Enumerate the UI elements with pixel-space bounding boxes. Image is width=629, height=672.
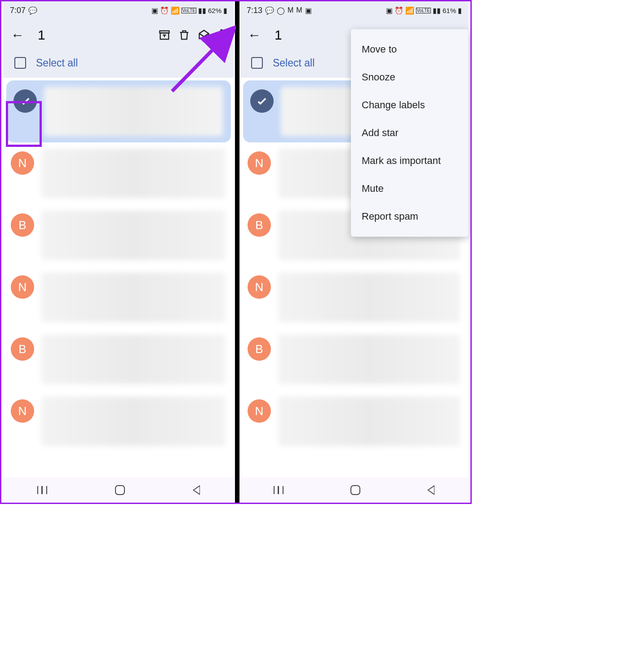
status-time: 7:07	[10, 6, 26, 15]
selection-count: 1	[275, 27, 282, 43]
alarm-icon: ⏰	[394, 6, 403, 15]
select-all-checkbox[interactable]	[251, 57, 263, 69]
email-row[interactable]: N	[4, 266, 234, 328]
phone-left: 7:07 💬 ▣ ⏰ 📶 VoLTE ▮▮ 62% ▮ ← 1	[1, 1, 236, 503]
gmail-icon: M	[296, 6, 302, 14]
android-navbar	[240, 477, 468, 503]
sender-avatar[interactable]: B	[11, 337, 34, 361]
back-arrow-icon[interactable]: ←	[248, 27, 261, 43]
alarm-icon: ⏰	[160, 6, 169, 15]
image-icon: ▣	[305, 6, 312, 15]
email-preview-blurred	[278, 397, 460, 446]
email-preview-blurred	[278, 335, 460, 384]
sender-avatar[interactable]: N	[248, 399, 271, 423]
select-all-label: Select all	[36, 57, 78, 69]
sender-avatar[interactable]: N	[248, 275, 271, 299]
nav-recent-icon[interactable]	[274, 486, 283, 494]
email-preview-blurred	[41, 211, 226, 260]
sender-avatar[interactable]: N	[248, 151, 271, 175]
email-row[interactable]: N	[4, 390, 234, 452]
email-row[interactable]: B	[240, 328, 468, 390]
sender-avatar[interactable]: N	[11, 275, 34, 299]
selection-count: 1	[38, 27, 45, 43]
chat-icon: 💬	[265, 6, 274, 15]
annotation-arrow-more	[168, 37, 230, 97]
email-row[interactable]: N	[4, 142, 234, 204]
battery-icon: ▮	[458, 6, 462, 15]
sender-avatar[interactable]: B	[248, 337, 271, 361]
email-row[interactable]: N	[240, 390, 468, 452]
battery-percent: 61%	[443, 7, 456, 14]
center-divider	[235, 1, 239, 503]
menu-change-labels[interactable]: Change labels	[351, 91, 469, 119]
sender-avatar[interactable]: N	[11, 399, 34, 423]
select-all-checkbox[interactable]	[14, 57, 26, 69]
email-preview-blurred	[41, 273, 226, 322]
wifi-icon: 📶	[171, 6, 180, 15]
email-row[interactable]: B	[4, 328, 234, 390]
select-all-label: Select all	[273, 57, 314, 69]
gmail-icon: M	[288, 6, 293, 14]
wifi-icon: 📶	[405, 6, 414, 15]
menu-snooze[interactable]: Snooze	[351, 63, 469, 91]
email-preview-blurred	[41, 397, 226, 446]
status-time: 7:13	[247, 6, 262, 15]
overflow-menu: Move to Snooze Change labels Add star Ma…	[351, 29, 469, 237]
selected-check-avatar[interactable]	[250, 89, 274, 113]
email-preview-blurred	[278, 273, 460, 322]
menu-move-to[interactable]: Move to	[351, 35, 469, 63]
signal-icon: ▮▮	[198, 6, 206, 15]
battery-percent: 62%	[208, 7, 221, 14]
volte-icon: VoLTE	[182, 8, 196, 13]
nav-back-icon[interactable]	[193, 485, 200, 495]
menu-report-spam[interactable]: Report spam	[351, 203, 469, 230]
nav-home-icon[interactable]	[115, 485, 125, 495]
nav-back-icon[interactable]	[427, 485, 434, 495]
sender-avatar[interactable]: B	[248, 213, 271, 237]
signal-icon: ▮▮	[433, 6, 441, 15]
menu-add-star[interactable]: Add star	[351, 119, 469, 147]
svg-line-2	[172, 45, 217, 91]
battery-saver-icon: ▣	[151, 6, 158, 15]
phone-right: 7:13 💬 ◯ M M ▣ ▣ ⏰ 📶 VoLTE ▮▮ 61% ▮ ← 1	[236, 1, 470, 503]
status-bar: 7:13 💬 ◯ M M ▣ ▣ ⏰ 📶 VoLTE ▮▮ 61% ▮	[240, 1, 468, 19]
nav-recent-icon[interactable]	[37, 486, 47, 494]
sender-avatar[interactable]: N	[11, 151, 34, 175]
chat-icon: 💬	[28, 6, 37, 15]
status-bar: 7:07 💬 ▣ ⏰ 📶 VoLTE ▮▮ 62% ▮	[4, 1, 234, 19]
android-navbar	[4, 477, 234, 503]
annotation-highlight-avatar	[6, 101, 42, 147]
email-preview-blurred	[41, 149, 226, 198]
back-arrow-icon[interactable]: ←	[11, 27, 24, 43]
nav-home-icon[interactable]	[350, 485, 360, 495]
menu-mute[interactable]: Mute	[351, 175, 469, 203]
email-preview-blurred	[41, 335, 226, 384]
email-row[interactable]: N	[240, 266, 468, 328]
menu-mark-important[interactable]: Mark as important	[351, 147, 469, 175]
email-row[interactable]: B	[4, 204, 234, 266]
volte-icon: VoLTE	[416, 8, 431, 13]
sender-avatar[interactable]: B	[11, 213, 34, 237]
battery-icon: ▮	[223, 6, 227, 15]
whatsapp-icon: ◯	[277, 6, 285, 15]
battery-saver-icon: ▣	[386, 6, 393, 15]
